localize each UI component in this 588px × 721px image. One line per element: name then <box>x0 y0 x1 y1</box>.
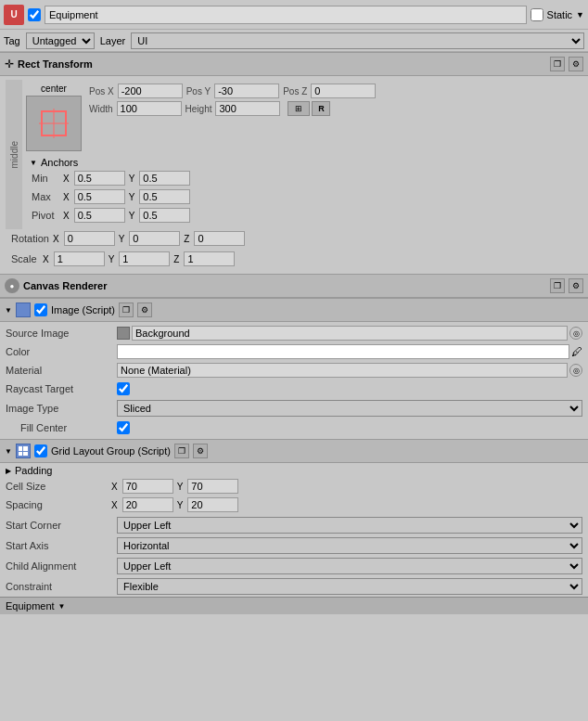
image-script-settings-btn[interactable]: ⚙ <box>137 303 152 317</box>
rect-transform-header: ✛ Rect Transform ❐ ⚙ <box>0 52 588 76</box>
padding-triangle: ▶ <box>6 467 11 475</box>
image-script-enable[interactable] <box>34 303 47 316</box>
layer-select[interactable]: UI <box>131 32 584 49</box>
scale-z-input[interactable] <box>184 251 235 266</box>
padding-label: Padding <box>15 465 52 476</box>
image-type-label: Image Type <box>6 403 117 414</box>
start-axis-label: Start Axis <box>6 540 117 551</box>
rect-transform-icon: ✛ <box>5 58 14 71</box>
bottom-triangle[interactable]: ▼ <box>58 602 66 611</box>
cell-size-label: Cell Size <box>6 481 108 492</box>
fill-center-label: Fill Center <box>6 422 117 433</box>
child-align-select[interactable]: Upper Left <box>117 558 582 574</box>
static-dropdown-arrow[interactable]: ▼ <box>576 10 584 19</box>
grid-layout-copy-btn[interactable]: ❐ <box>174 444 189 458</box>
source-image-label: Source Image <box>6 328 117 339</box>
anchors-header[interactable]: ▼ Anchors <box>26 155 579 170</box>
source-image-input[interactable] <box>132 326 568 341</box>
spacing-y-input[interactable] <box>187 497 238 512</box>
cell-size-y-input[interactable] <box>187 479 238 494</box>
raycast-checkbox[interactable] <box>117 382 130 395</box>
rect-transform-title: Rect Transform <box>18 58 546 70</box>
start-corner-row: Start Corner Upper Left <box>0 515 588 535</box>
bottom-bar: Equipment ▼ <box>0 597 588 614</box>
rotation-row: Rotation X Y Z <box>6 229 582 248</box>
object-name-input[interactable] <box>45 6 527 24</box>
source-image-thumbnail <box>117 327 130 340</box>
image-script-copy-btn[interactable]: ❐ <box>119 303 134 317</box>
rect-transform-copy-btn[interactable]: ❐ <box>550 57 565 71</box>
posy-input[interactable] <box>214 84 279 98</box>
fill-center-checkbox[interactable] <box>117 421 130 434</box>
rot-z-input[interactable] <box>194 231 245 246</box>
posz-label: Pos Z <box>283 86 307 97</box>
active-checkbox[interactable] <box>28 8 41 21</box>
max-y-input[interactable] <box>139 189 190 204</box>
material-field: ◎ <box>117 363 582 378</box>
grid-expand-arrow[interactable]: ▼ <box>5 447 12 456</box>
anchor-inner <box>41 110 67 136</box>
scale-x-input[interactable] <box>54 251 105 266</box>
image-script-header: ▼ Image (Script) ❐ ⚙ <box>0 298 588 322</box>
height-label: Height <box>185 104 212 114</box>
rect-transform-settings-btn[interactable]: ⚙ <box>569 57 583 71</box>
width-input[interactable] <box>117 101 182 116</box>
posy-label: Pos Y <box>186 86 211 97</box>
anchors-triangle: ▼ <box>30 159 37 167</box>
scale-y-input[interactable] <box>119 251 170 266</box>
posz-input[interactable] <box>311 84 376 98</box>
constraint-row: Constraint Flexible <box>0 576 588 597</box>
tag-select[interactable]: Untagged <box>26 32 95 49</box>
spacing-label: Spacing <box>6 499 108 510</box>
image-type-row: Image Type Sliced <box>0 398 588 418</box>
canvas-renderer-header: ● Canvas Renderer ❐ ⚙ <box>0 274 588 298</box>
pivot-y-input[interactable] <box>139 208 190 223</box>
center-label: center <box>41 84 67 94</box>
height-input[interactable] <box>215 101 280 116</box>
image-script-title: Image (Script) <box>51 304 115 315</box>
static-toggle[interactable]: Static <box>530 8 573 21</box>
anchors-label: Anchors <box>41 157 78 168</box>
rot-y-input[interactable] <box>129 231 180 246</box>
posx-input[interactable] <box>118 84 183 98</box>
child-align-row: Child Alignment Upper Left <box>0 556 588 576</box>
max-label: Max <box>32 191 59 202</box>
rot-x-input[interactable] <box>64 231 115 246</box>
max-x-input[interactable] <box>74 189 125 204</box>
padding-header[interactable]: ▶ Padding <box>0 463 588 478</box>
pivot-x-input[interactable] <box>74 208 125 223</box>
start-axis-row: Start Axis Horizontal <box>0 535 588 556</box>
rotation-label: Rotation <box>11 233 49 244</box>
grid-layout-settings-btn[interactable]: ⚙ <box>193 444 208 458</box>
eyedropper-icon[interactable]: 🖊 <box>571 345 582 358</box>
image-expand-arrow[interactable]: ▼ <box>5 306 12 315</box>
color-swatch[interactable] <box>117 344 569 359</box>
object-active-toggle[interactable] <box>28 8 41 21</box>
start-axis-select[interactable]: Horizontal <box>117 537 582 554</box>
static-checkbox[interactable] <box>530 8 543 21</box>
width-label: Width <box>89 104 113 114</box>
canvas-renderer-copy-btn[interactable]: ❐ <box>550 278 565 293</box>
start-corner-select[interactable]: Upper Left <box>117 517 582 534</box>
material-picker-btn[interactable]: ◎ <box>569 364 582 377</box>
source-image-picker-btn[interactable]: ◎ <box>569 327 582 340</box>
image-type-select[interactable]: Sliced <box>117 400 582 417</box>
spacing-x-input[interactable] <box>122 497 173 512</box>
cell-size-x-input[interactable] <box>122 479 173 494</box>
raycast-label: Raycast Target <box>6 383 117 394</box>
constraint-select[interactable]: Flexible <box>117 578 582 595</box>
grid-layout-enable[interactable] <box>34 444 47 457</box>
min-y-input[interactable] <box>139 171 190 186</box>
r-btn[interactable]: R <box>312 101 330 116</box>
pos-fields: Pos X Pos Y Pos Z <box>89 84 579 119</box>
grid-layout-icon <box>16 444 31 458</box>
middle-label: middle <box>6 80 22 229</box>
spacing-row: Spacing X Y <box>0 496 588 513</box>
material-input[interactable] <box>117 363 568 378</box>
grid-layout-header: ▼ Grid Layout Group (Script) ❐ ⚙ <box>0 439 588 463</box>
anchor-preview[interactable] <box>26 96 82 151</box>
canvas-renderer-title: Canvas Renderer <box>23 280 546 291</box>
blueprint-btn[interactable]: ⊞ <box>288 101 310 116</box>
min-x-input[interactable] <box>74 171 125 186</box>
canvas-renderer-settings-btn[interactable]: ⚙ <box>569 278 583 293</box>
